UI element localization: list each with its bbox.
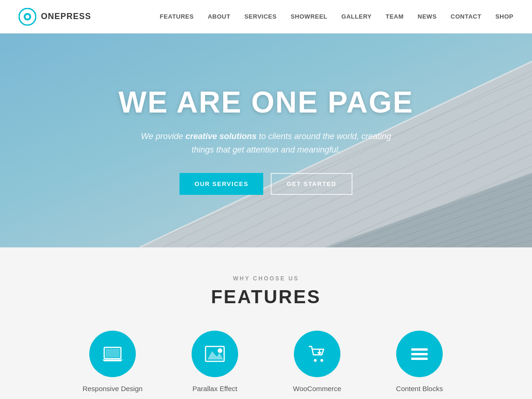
image-icon — [204, 343, 226, 365]
nav-about[interactable]: ABOUT — [208, 13, 231, 20]
feature-woocommerce: WooCommerce — [285, 331, 350, 392]
svg-rect-43 — [411, 358, 428, 360]
feature-content-blocks: Content Blocks — [387, 331, 452, 392]
svg-point-2 — [26, 15, 29, 19]
cart-icon — [306, 343, 328, 365]
feature-content-blocks-label: Content Blocks — [396, 385, 443, 392]
main-nav: FEATURES ABOUT SERVICES SHOWREEL GALLERY… — [160, 13, 513, 20]
logo-text: ONEPRESS — [41, 12, 91, 21]
features-eyebrow: WHY CHOOSE US — [19, 275, 513, 282]
hero-subtitle-plain: We provide — [141, 132, 186, 141]
svg-rect-41 — [411, 348, 428, 351]
feature-responsive-icon-circle — [89, 331, 136, 377]
get-started-button[interactable]: GET STARTED — [271, 173, 352, 195]
nav-showreel[interactable]: SHOWREEL — [291, 13, 327, 20]
logo-link[interactable]: ONEPRESS — [19, 8, 91, 26]
site-header: ONEPRESS FEATURES ABOUT SERVICES SHOWREE… — [0, 0, 532, 33]
lines-icon — [408, 343, 431, 365]
feature-woocommerce-label: WooCommerce — [293, 385, 341, 392]
nav-team[interactable]: TEAM — [386, 13, 404, 20]
laptop-icon — [101, 343, 124, 365]
feature-content-blocks-icon-circle — [396, 331, 443, 377]
feature-parallax-icon-circle — [192, 331, 238, 377]
hero-title: WE ARE ONE PAGE — [119, 86, 414, 119]
features-section: WHY CHOOSE US FEATURES Responsive Design — [0, 247, 532, 399]
svg-rect-35 — [106, 349, 120, 357]
svg-point-40 — [320, 359, 323, 362]
nav-news[interactable]: NEWS — [418, 13, 437, 20]
nav-shop[interactable]: SHOP — [495, 13, 513, 20]
hero-content: WE ARE ONE PAGE We provide creative solu… — [109, 86, 423, 195]
nav-features[interactable]: FEATURES — [160, 13, 194, 20]
hero-subtitle: We provide creative solutions to clients… — [136, 130, 396, 157]
nav-services[interactable]: SERVICES — [244, 13, 277, 20]
features-grid: Responsive Design Parallax Effect — [19, 331, 513, 392]
hero-buttons: OUR SERVICES GET STARTED — [119, 173, 414, 195]
svg-rect-42 — [411, 353, 428, 355]
our-services-button[interactable]: OUR SERVICES — [180, 173, 263, 195]
nav-contact[interactable]: CONTACT — [451, 13, 481, 20]
svg-point-39 — [314, 359, 317, 362]
svg-point-38 — [218, 348, 222, 353]
logo-icon — [19, 8, 36, 26]
feature-woocommerce-icon-circle — [294, 331, 340, 377]
feature-parallax: Parallax Effect — [182, 331, 247, 392]
features-title: FEATURES — [19, 286, 513, 307]
nav-gallery[interactable]: GALLERY — [341, 13, 372, 20]
feature-responsive: Responsive Design — [80, 331, 145, 392]
hero-section: WE ARE ONE PAGE We provide creative solu… — [0, 33, 532, 247]
hero-subtitle-bold: creative solutions — [186, 132, 257, 141]
feature-responsive-label: Responsive Design — [82, 385, 142, 392]
feature-parallax-label: Parallax Effect — [193, 385, 237, 392]
